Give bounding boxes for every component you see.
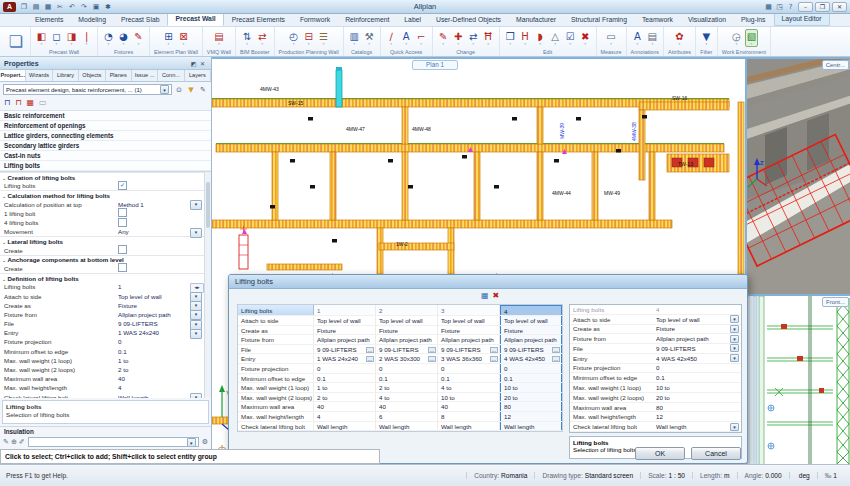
property-row[interactable]: Calculation method for lifting bolts: [0, 190, 204, 199]
wall-axis-icon[interactable]: ❘: [80, 30, 93, 46]
wrench-icon[interactable]: ⚙: [202, 438, 208, 446]
cell-value[interactable]: Wall length: [500, 422, 562, 431]
search-icon[interactable]: ⊙: [174, 86, 184, 94]
property-control[interactable]: [190, 173, 204, 181]
palette-tab[interactable]: Propert...: [0, 70, 26, 81]
property-row[interactable]: File 9 09-LIFTERS: [0, 319, 204, 328]
cell-value[interactable]: Wall length: [314, 422, 376, 431]
view-front-tab[interactable]: Front...: [822, 297, 849, 307]
close-icon[interactable]: ✕: [198, 60, 207, 67]
cell-value[interactable]: 1 to: [314, 383, 376, 392]
cell-value[interactable]: 12: [500, 412, 562, 421]
cell-value[interactable]: 0: [438, 364, 500, 373]
property-row[interactable]: Entry 1 WAS 24x240: [0, 328, 204, 337]
property-control[interactable]: [190, 191, 204, 199]
cell-value[interactable]: 4 to: [376, 393, 438, 402]
property-value[interactable]: 0: [118, 338, 190, 345]
rotate-icon[interactable]: ◗: [534, 30, 547, 46]
cell-value[interactable]: Top level of wall: [314, 316, 376, 325]
cell-value[interactable]: 4: [314, 412, 376, 421]
property-row[interactable]: Lifting bolts 1: [0, 282, 204, 291]
connect-icon[interactable]: ▦: [763, 3, 774, 11]
delete-icon[interactable]: ✖: [579, 30, 592, 46]
detail-value[interactable]: Allplan project path: [656, 335, 730, 342]
status-field[interactable]: Scale: 1 : 50: [640, 472, 692, 479]
chevron-down-icon[interactable]: [730, 344, 739, 352]
ribbon-tab[interactable]: Plug-ins: [734, 13, 773, 26]
palette-tab[interactable]: Wizards: [26, 70, 52, 81]
cell-value[interactable]: Top level of wall: [500, 316, 562, 325]
cell-value[interactable]: 40: [314, 402, 376, 411]
derive-drawing-icon[interactable]: ❏: [6, 32, 26, 52]
save-icon[interactable]: ▦: [43, 1, 53, 13]
property-row[interactable]: 4 lifting bolts: [0, 218, 204, 227]
detail-value[interactable]: 4 WAS 42x450: [656, 355, 730, 362]
pen-icon[interactable]: ✎: [3, 438, 9, 446]
cell-value[interactable]: 4 WAS 42x450: [500, 354, 562, 363]
cell-value[interactable]: Wall length: [438, 422, 500, 431]
minimize-button[interactable]: –: [798, 2, 813, 12]
property-control[interactable]: [190, 301, 204, 309]
draw-line-icon[interactable]: ∕: [385, 30, 398, 46]
cell-value[interactable]: Fixture: [500, 326, 562, 335]
align-icon[interactable]: △: [549, 30, 562, 46]
task-list-item[interactable]: Secondary lattice girders: [0, 141, 211, 151]
property-value[interactable]: Top level of wall: [118, 293, 190, 300]
property-row[interactable]: Max. wall weight (1 loop) 1 to: [0, 356, 204, 365]
no-reinforcement-icon[interactable]: ▭: [39, 98, 47, 108]
property-value[interactable]: 1 WAS 24x240: [118, 329, 190, 336]
cell-value[interactable]: 0.1: [500, 374, 562, 383]
cell-value[interactable]: 8: [438, 412, 500, 421]
property-row[interactable]: Fixture projection 0: [0, 337, 204, 346]
help-icon[interactable]: ?: [785, 3, 796, 11]
cell-value[interactable]: 20 to: [500, 393, 562, 402]
property-value[interactable]: 1: [118, 283, 190, 290]
property-row[interactable]: Creation of lifting bolts: [0, 172, 204, 181]
property-control[interactable]: [190, 292, 204, 300]
mirror-icon[interactable]: H: [519, 30, 532, 46]
workspace-icon[interactable]: ▧: [745, 29, 758, 47]
property-row[interactable]: Max. wall weight (2 loops) 2 to: [0, 365, 204, 374]
copy-icon[interactable]: ❐: [504, 30, 517, 46]
chevron-down-icon[interactable]: ▾: [187, 438, 196, 447]
schedule-icon[interactable]: ☰: [317, 30, 330, 46]
property-value[interactable]: 4: [118, 384, 190, 391]
app-menu-button[interactable]: A: [3, 2, 16, 12]
note-icon[interactable]: ▤: [646, 30, 659, 46]
property-row[interactable]: Max. wall height/length 4: [0, 383, 204, 392]
detail-value[interactable]: 80: [656, 404, 730, 411]
cell-value[interactable]: 0: [314, 364, 376, 373]
detail-value[interactable]: 9 09-LIFTERS: [656, 345, 730, 352]
view-3d-tab[interactable]: Centr...: [822, 60, 849, 70]
property-control[interactable]: [190, 310, 204, 318]
cell-value[interactable]: 40: [438, 402, 500, 411]
outline-icon[interactable]: ⌐: [415, 30, 428, 46]
cell-value[interactable]: Fixture: [314, 326, 376, 335]
select-box-icon[interactable]: ☑: [564, 30, 577, 46]
cell-value[interactable]: 9 09-LIFTERS: [314, 345, 376, 354]
palette-tab[interactable]: Layers: [185, 70, 211, 81]
ribbon-tab[interactable]: Manufacturer: [509, 13, 563, 26]
edit-icon[interactable]: ✎: [198, 86, 208, 94]
task-list-item[interactable]: Lattice girders, connecting elements: [0, 131, 211, 141]
detail-value[interactable]: Top level of wall: [656, 316, 730, 323]
property-control[interactable]: [190, 219, 204, 227]
bim-export-icon[interactable]: ⇄: [256, 30, 269, 46]
cell-value[interactable]: Wall length: [376, 422, 438, 431]
ribbon-tab[interactable]: User-Defined Objects: [429, 13, 508, 26]
element-plan-icon[interactable]: ⊞: [162, 30, 175, 46]
attributes-icon[interactable]: ✿: [673, 30, 686, 46]
property-value[interactable]: 1 to: [118, 357, 190, 364]
property-value[interactable]: 2 to: [118, 366, 190, 373]
chevron-down-icon[interactable]: [730, 325, 739, 333]
column-header-3[interactable]: 3: [438, 305, 500, 315]
scrollbar[interactable]: [204, 172, 211, 398]
plan-view-tab[interactable]: Plan 1: [412, 60, 458, 70]
property-control[interactable]: [190, 246, 204, 254]
status-field[interactable]: Country: Romania: [466, 472, 534, 479]
column-header-1[interactable]: 1: [314, 305, 376, 315]
delete-column-icon[interactable]: ✖: [493, 291, 500, 301]
task-list-item[interactable]: Basic reinforcement: [0, 111, 211, 121]
status-field[interactable]: Angle: 0.000: [737, 472, 789, 479]
column-header-2[interactable]: 2: [376, 305, 438, 315]
